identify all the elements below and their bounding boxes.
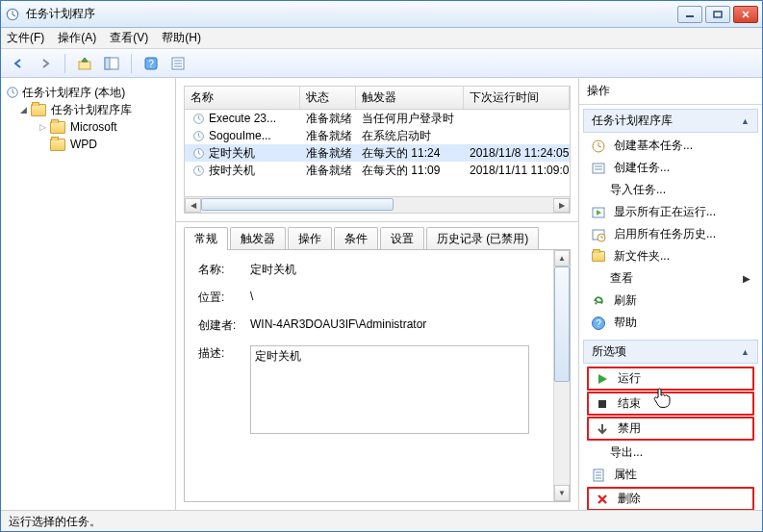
toolbar-separator [131,54,132,73]
actions-section-library[interactable]: 任务计划程序库 ▲ [583,109,758,133]
task-scheduler-window: 任务计划程序 文件(F) 操作(A) 查看(V) 帮助(H) ? 任务计划程序 … [0,0,763,532]
submenu-arrow-icon: ▶ [743,273,750,284]
actions-section-label: 任务计划程序库 [592,113,673,129]
tree-child[interactable]: ▷ Microsoft [5,118,171,136]
table-row[interactable]: 按时关机准备就绪在每天的 11:092018/11/11 11:09:03 [185,162,570,179]
tree-child-label: Microsoft [70,120,117,134]
create-basic-icon [591,139,606,154]
history-icon [591,227,606,242]
action-label: 删除 [618,491,641,507]
help-button[interactable]: ? [140,52,163,75]
status-bar: 运行选择的任务。 [1,510,762,531]
horizontal-scrollbar[interactable]: ◀ ▶ [184,197,571,214]
expander-icon[interactable]: ◢ [18,105,29,115]
tree-child[interactable]: WPD [5,136,171,153]
menu-action[interactable]: 操作(A) [58,30,96,46]
col-name[interactable]: 名称 [185,87,300,109]
action-item[interactable]: 创建任务... [583,157,758,179]
minimize-button[interactable] [677,6,702,23]
scroll-track[interactable] [201,198,553,213]
menu-help[interactable]: 帮助(H) [162,30,201,46]
tab-2[interactable]: 操作 [288,227,332,250]
action-item[interactable]: 运行 [589,368,752,389]
menu-view[interactable]: 查看(V) [110,30,148,46]
scroll-thumb[interactable] [554,266,570,382]
refresh-icon [591,293,606,309]
col-next-run[interactable]: 下次运行时间 [464,87,570,109]
col-state[interactable]: 状态 [300,87,356,109]
action-label: 属性 [614,467,637,483]
tab-4[interactable]: 设置 [380,227,424,250]
show-hide-tree-button[interactable] [100,52,123,75]
field-author-label: 创建者: [198,317,250,334]
action-item[interactable]: 刷新 [583,290,758,312]
svg-rect-1 [714,12,722,17]
action-item[interactable]: 启用所有任务历史... [583,223,758,245]
collapse-icon: ▲ [741,347,750,357]
scroll-up-button[interactable]: ▲ [554,250,570,266]
task-grid[interactable]: 名称 状态 触发器 下次运行时间 Execute 23...准备就绪当任何用户登… [184,86,571,197]
actions-pane: 操作 任务计划程序库 ▲ 创建基本任务...创建任务...导入任务...显示所有… [579,78,762,510]
window-title: 任务计划程序 [26,6,677,22]
field-name-value: 定时关机 [250,262,556,278]
field-desc-value[interactable] [250,345,529,434]
cell-state: 准备就绪 [300,144,356,163]
scroll-track[interactable] [554,266,570,485]
tree-root[interactable]: 任务计划程序 (本地) [5,84,171,101]
action-item[interactable]: 导出... [583,442,758,464]
action-label: 新文件夹... [614,248,670,265]
action-label: 运行 [618,370,641,387]
action-label: 禁用 [618,420,641,437]
navigation-tree[interactable]: 任务计划程序 (本地) ◢ 任务计划程序库 ▷ Microsoft WPD [1,78,176,510]
action-item[interactable]: 结束 [589,393,752,414]
actions-section-selected[interactable]: 所选项 ▲ [583,340,758,364]
tab-3[interactable]: 条件 [334,227,378,250]
close-button[interactable] [733,6,758,23]
menu-file[interactable]: 文件(F) [7,30,44,46]
maximize-button[interactable] [705,6,730,23]
svg-rect-14 [593,164,604,173]
clock-icon [5,85,20,100]
cell-name: SogouIme... [185,127,300,144]
action-item[interactable]: 禁用 [589,418,752,439]
action-item[interactable]: 查看▶ [583,267,758,290]
delete-icon [595,492,610,507]
table-row[interactable]: 定时关机准备就绪在每天的 11:242018/11/8 11:24:05 [185,144,570,162]
field-author-value: WIN-4AR3DOAU3IF\Administrator [250,317,556,331]
action-item[interactable]: 删除 [589,489,752,509]
expander-icon[interactable]: ▷ [38,122,48,133]
scroll-right-button[interactable]: ▶ [553,198,570,213]
task-details: 常规触发器操作条件设置历史记录 (已禁用) 名称: 定时关机 位置: \ 创建者… [176,222,578,510]
up-button[interactable] [73,52,96,75]
task-grid-container: 名称 状态 触发器 下次运行时间 Execute 23...准备就绪当任何用户登… [176,78,578,222]
tree-library[interactable]: ◢ 任务计划程序库 [5,101,171,118]
actions-pane-title: 操作 [579,78,762,105]
table-row[interactable]: Execute 23...准备就绪当任何用户登录时 [185,110,570,127]
action-item[interactable]: 创建基本任务... [583,135,758,157]
col-trigger[interactable]: 触发器 [356,87,464,109]
action-item[interactable]: 显示所有正在运行... [583,201,758,223]
action-item[interactable]: 属性 [583,464,758,486]
table-row[interactable]: SogouIme...准备就绪在系统启动时 [185,127,570,144]
scroll-left-button[interactable]: ◀ [185,198,201,213]
vertical-scrollbar[interactable]: ▲ ▼ [553,250,570,501]
action-label: 导出... [610,444,643,461]
actions-body: 任务计划程序库 ▲ 创建基本任务...创建任务...导入任务...显示所有正在运… [579,105,762,510]
action-label: 显示所有正在运行... [614,204,716,220]
folder-icon [31,104,46,116]
action-item[interactable]: 新文件夹... [583,245,758,267]
back-button[interactable] [7,52,30,75]
actions-list-selected: 运行结束禁用导出...属性删除 [583,364,758,510]
properties-button[interactable] [166,52,190,75]
tab-1[interactable]: 触发器 [230,227,286,250]
forward-button[interactable] [34,52,57,75]
action-item[interactable]: ?帮助 [583,312,758,334]
scroll-down-button[interactable]: ▼ [554,485,570,501]
tab-0[interactable]: 常规 [184,227,228,250]
action-label: 刷新 [614,292,637,309]
tab-5[interactable]: 历史记录 (已禁用) [426,227,539,250]
status-text: 运行选择的任务。 [9,515,101,528]
scroll-thumb[interactable] [201,198,394,211]
action-item[interactable]: 导入任务... [583,179,758,201]
cell-trigger: 在每天的 11:24 [356,144,464,163]
